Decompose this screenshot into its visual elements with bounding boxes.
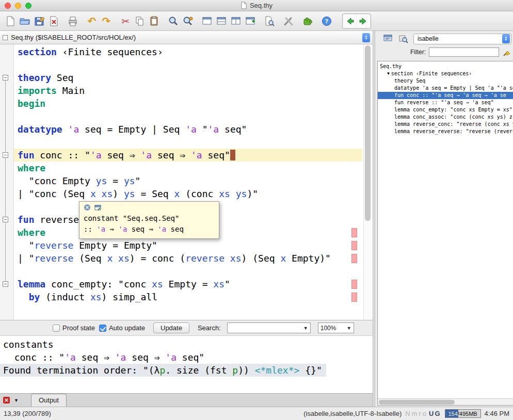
zoom-window-button[interactable]	[25, 3, 31, 9]
parse-buffer-button[interactable]	[382, 33, 394, 44]
fold-marker-icon[interactable]: −	[3, 75, 8, 80]
copy-button[interactable]	[133, 14, 147, 28]
code-line[interactable]: datatype 'a seq = Empty | Seq 'a "'a seq…	[0, 123, 362, 136]
nav-back-button[interactable]	[344, 15, 356, 27]
search-label: Search:	[198, 324, 221, 332]
text-cursor	[230, 150, 235, 160]
auto-update-checkbox[interactable]: Auto update	[99, 324, 145, 332]
code-line[interactable]: where	[0, 161, 362, 174]
tree-item[interactable]: theory Seq	[378, 77, 513, 85]
tree-item[interactable]: lemma reverse_conc: "reverse (conc xs y	[378, 121, 513, 128]
editor-text[interactable]: section ‹Finite sequences›−theory Seqimp…	[0, 45, 362, 303]
fold-marker-icon[interactable]: −	[3, 217, 8, 222]
buffer-switcher-dropdown[interactable]: ▲▼	[362, 33, 370, 42]
zoom-dropdown[interactable]: 100%▼	[318, 322, 354, 333]
cut-button[interactable]: ✂	[118, 14, 133, 28]
new-view-button[interactable]	[243, 14, 258, 28]
code-line[interactable]: "reverse Empty = Empty"	[0, 239, 362, 252]
code-line[interactable]: −lemma conc_empty: "conc xs Empty = xs"	[0, 278, 362, 290]
editor[interactable]: section ‹Finite sequences›−theory Seqimp…	[0, 44, 373, 320]
code-line[interactable]: begin	[0, 97, 362, 110]
new-view-icon	[245, 15, 256, 27]
scrollbar-thumb[interactable]	[379, 400, 455, 405]
redo-button[interactable]: ↷	[99, 14, 114, 28]
help-button[interactable]: ?	[319, 14, 334, 28]
dock-close-button[interactable]	[3, 397, 10, 403]
minimize-window-button[interactable]	[15, 3, 21, 9]
buffer-status-icon	[3, 35, 8, 40]
editor-vertical-scrollbar[interactable]	[363, 44, 371, 320]
undo-button[interactable]: ↶	[85, 14, 99, 28]
code-line[interactable]: imports Main	[0, 84, 362, 97]
sidekick-mode-dropdown[interactable]: isabelle ▲▼	[413, 34, 511, 44]
code-line[interactable]: "conc Empty ys = ys"	[0, 174, 362, 187]
print-button[interactable]	[66, 14, 80, 28]
search-next-icon	[182, 15, 194, 27]
sidekick-properties-button[interactable]	[398, 33, 409, 44]
open-file-button[interactable]	[18, 14, 32, 28]
split-horizontal-button[interactable]	[214, 14, 229, 28]
code-line[interactable]	[0, 110, 362, 123]
sidekick-tree: Seq.thy▼section ‹Finite sequences›theory…	[378, 61, 513, 398]
buffer-bar: Seq.thy ($ISABELLE_ROOT/src/HOL/ex/) ▲▼	[0, 31, 373, 44]
tree-item[interactable]: fun reverse :: "'a seq ⇒ 'a seq"	[378, 99, 513, 106]
scrollbar-thumb[interactable]	[365, 45, 371, 221]
plugin-manager-button[interactable]	[300, 14, 315, 28]
window-title: Seq.thy	[250, 2, 272, 9]
fold-marker-icon[interactable]: −	[3, 281, 8, 287]
nav-forward-button[interactable]	[357, 15, 370, 27]
clear-filter-broom-icon[interactable]	[502, 47, 511, 57]
proof-state-checkbox[interactable]: Proof state	[53, 324, 95, 332]
tree-item[interactable]: lemma reverse_reverse: "reverse (revers	[378, 128, 513, 135]
global-options-button[interactable]	[281, 14, 296, 28]
svg-text:?: ?	[325, 18, 328, 25]
output-panel[interactable]: constants conc :: "'a seq ⇒ 'a seq ⇒ 'a …	[0, 335, 373, 393]
code-line[interactable]	[0, 136, 362, 149]
filter-input[interactable]	[429, 47, 499, 57]
code-line[interactable]: | "conc (Seq x xs) ys = Seq x (conc xs y…	[0, 187, 362, 200]
find-next-button[interactable]	[181, 14, 195, 28]
code-line[interactable]: −theory Seq	[0, 71, 362, 84]
close-window-button[interactable]	[5, 3, 11, 9]
dock-menu-caret[interactable]: ▼	[14, 398, 19, 403]
code-line[interactable]: by (induct xs) simp_all	[0, 290, 362, 303]
checkbox-checked-icon[interactable]	[99, 325, 106, 332]
tooltip-line: constant "Seq.seq.Seq"	[84, 213, 215, 224]
tree-item[interactable]: datatype 'a seq = Empty | Seq 'a "'a se	[378, 85, 513, 92]
code-line[interactable]	[0, 265, 362, 278]
tooltip-detach-icon[interactable]	[94, 204, 102, 211]
tools-icon	[283, 15, 294, 27]
tab-output[interactable]: Output	[31, 394, 67, 407]
tree-item[interactable]: Seq.thy	[378, 63, 513, 70]
code-line[interactable]	[0, 58, 362, 71]
buffer-path[interactable]: Seq.thy ($ISABELLE_ROOT/src/HOL/ex/)	[11, 34, 136, 41]
update-button[interactable]: Update	[153, 322, 189, 333]
code-line[interactable]: section ‹Finite sequences›	[0, 45, 362, 58]
code-line[interactable]: −fun conc :: "'a seq ⇒ 'a seq ⇒ 'a seq"	[0, 149, 362, 161]
code-line[interactable]: | "reverse (Seq x xs) = conc (reverse xs…	[0, 252, 362, 265]
window-title-area: Seq.thy	[0, 2, 513, 9]
tooltip-close-icon[interactable]	[84, 204, 91, 211]
search-buffer-button[interactable]	[262, 14, 277, 28]
find-button[interactable]	[166, 14, 181, 28]
unsplit-window-icon	[201, 15, 213, 27]
tooltip-body: constant "Seq.seq.Seq":: 'a ⇒ 'a seq ⇒ '…	[84, 213, 215, 235]
split-vertical-button[interactable]	[229, 14, 243, 28]
paste-button[interactable]	[147, 14, 162, 28]
new-file-button[interactable]	[3, 14, 18, 28]
save-file-button[interactable]	[32, 14, 46, 28]
tree-item[interactable]: ▼section ‹Finite sequences›	[378, 70, 513, 77]
checkbox-unchecked-icon[interactable]	[53, 325, 60, 332]
search-icon	[168, 15, 179, 27]
tree-horizontal-scrollbar[interactable]	[378, 398, 513, 405]
output-search-dropdown[interactable]: ▼	[227, 322, 311, 333]
save-icon	[34, 15, 45, 27]
fold-marker-icon[interactable]: −	[3, 152, 8, 158]
tree-item[interactable]: lemma conc_empty: "conc xs Empty = xs"	[378, 106, 513, 114]
tree-expander-icon[interactable]: ▼	[387, 70, 390, 77]
tree-item[interactable]: fun conc :: "'a seq ⇒ 'a seq ⇒ 'a se	[378, 92, 513, 99]
unsplit-window-button[interactable]	[200, 14, 214, 28]
memory-gauge[interactable]: 154/495MB 154/495MB	[445, 409, 481, 418]
close-buffer-button[interactable]	[46, 14, 61, 28]
tree-item[interactable]: lemma conc_assoc: "conc (conc xs ys) zs	[378, 114, 513, 121]
